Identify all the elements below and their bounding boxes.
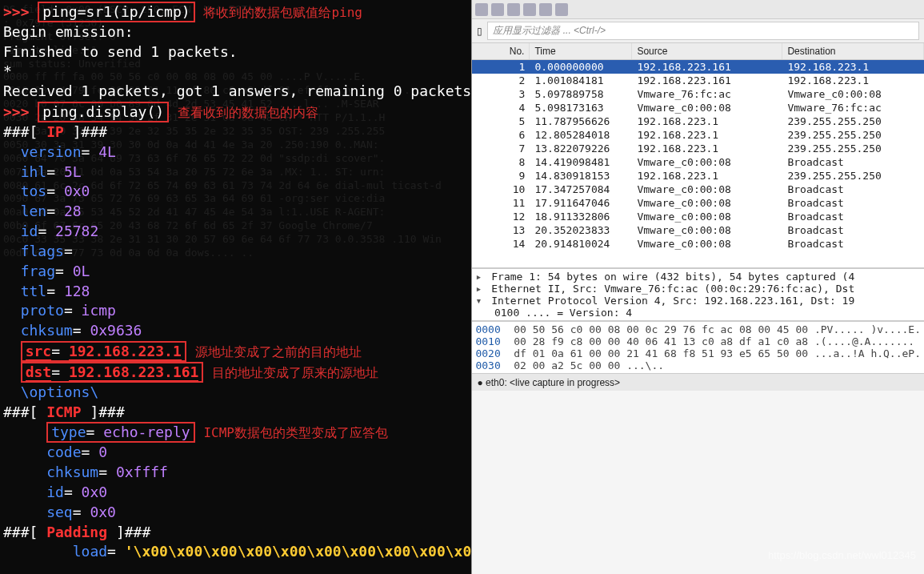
output-begin: Begin emission: <box>3 22 468 42</box>
toolbar-icon[interactable] <box>491 3 504 16</box>
annotation-dst: 目的地址变成了原来的源地址 <box>212 365 378 380</box>
prompt: >>> <box>3 103 38 120</box>
field-options: \options\ <box>21 383 99 400</box>
output-star: * <box>3 62 468 82</box>
toolbar-icon[interactable] <box>555 3 568 16</box>
packet-row[interactable]: 35.097889758Vmware_76:fc:acVmware_c0:00:… <box>472 87 924 101</box>
toolbar-icon[interactable] <box>475 3 488 16</box>
field-version: version <box>21 143 82 160</box>
field-icmp-seq: seq <box>46 504 73 520</box>
field-icmp-id: id <box>46 484 64 500</box>
annotation-src: 源地址变成了之前的目的地址 <box>195 344 362 359</box>
annotation-display: 查看收到的数据包的内容 <box>178 105 318 120</box>
annotation-assign: 将收到的数据包赋值给ping <box>203 5 362 20</box>
field-dst: dst= 192.168.223.161 <box>21 362 204 383</box>
field-load: load <box>73 543 107 560</box>
packet-details[interactable]: ▸ Frame 1: 54 bytes on wire (432 bits), … <box>472 267 924 320</box>
packet-list[interactable]: No. Time Source Destination 10.000000000… <box>472 43 924 267</box>
col-destination[interactable]: Destination <box>782 43 924 59</box>
watermark: https://blog.csdn.net/wwl012345 <box>768 549 916 561</box>
packet-row[interactable]: 1117.911647046Vmware_c0:00:08Broadcast <box>472 196 924 210</box>
packet-row[interactable]: 914.830918153192.168.223.1239.255.255.25… <box>472 169 924 183</box>
packet-row[interactable]: 45.098173163Vmware_c0:00:08Vmware_76:fc:… <box>472 101 924 114</box>
field-ttl: ttl <box>21 283 47 299</box>
field-src: src= 192.168.223.1 <box>21 341 186 362</box>
field-ihl: ihl <box>21 163 47 180</box>
expand-icon[interactable]: ▾ <box>475 295 485 307</box>
output-received: Received 1 packets, got 1 answers, remai… <box>3 82 468 102</box>
output-finished: Finished to send 1 packets. <box>3 42 468 62</box>
expand-icon[interactable]: ▸ <box>475 283 485 295</box>
bookmark-icon[interactable]: ▯ <box>477 26 482 37</box>
packet-row[interactable]: 21.001084181192.168.223.161192.168.223.1 <box>472 74 924 87</box>
field-code: code <box>46 444 81 460</box>
field-flags: flags <box>21 243 64 259</box>
field-proto: proto <box>21 302 64 319</box>
status-bar: ● eth0: <live capture in progress> <box>472 373 924 391</box>
expand-icon[interactable]: ▸ <box>475 271 485 283</box>
status-text: ● eth0: <live capture in progress> <box>477 377 620 388</box>
wireshark-panel: ▯ 应用显示过滤器 ... <Ctrl-/> No. Time Source D… <box>471 0 924 574</box>
toolbar-icon[interactable] <box>523 3 536 16</box>
hex-row[interactable]: 0020 df 01 0a 61 00 00 21 41 68 f8 51 93… <box>475 347 921 359</box>
col-source[interactable]: Source <box>632 43 782 59</box>
hex-dump[interactable]: 0000 00 50 56 c0 00 08 00 0c 29 76 fc ac… <box>472 320 924 373</box>
display-filter-input[interactable]: 应用显示过滤器 ... <Ctrl-/> <box>487 22 919 40</box>
packet-row[interactable]: 1218.911332806Vmware_c0:00:08Broadcast <box>472 210 924 223</box>
packet-row[interactable]: 814.419098481Vmware_c0:00:08Broadcast <box>472 155 924 169</box>
filter-bar: ▯ 应用显示过滤器 ... <Ctrl-/> <box>472 19 924 43</box>
packet-row[interactable]: 10.000000000192.168.223.161192.168.223.1 <box>472 60 924 74</box>
packet-row[interactable]: 612.805284018192.168.223.1239.255.255.25… <box>472 128 924 142</box>
field-id: id <box>21 223 38 239</box>
terminal[interactable]: >>> ping=sr1(ip/icmp) 将收到的数据包赋值给ping Beg… <box>0 0 471 574</box>
field-type: type= echo-reply <box>46 422 194 443</box>
prompt: >>> <box>3 3 38 20</box>
cmd-display: ping.display() <box>38 102 169 122</box>
field-len: len <box>21 203 47 219</box>
cmd-sr1: ping=sr1(ip/icmp) <box>38 2 194 22</box>
field-frag: frag <box>21 263 55 279</box>
section-ip: ###[ <box>3 123 46 140</box>
packet-header: No. Time Source Destination <box>472 43 924 60</box>
col-no[interactable]: No. <box>472 43 530 59</box>
field-tos: tos <box>21 183 47 199</box>
hex-row[interactable]: 0000 00 50 56 c0 00 08 00 0c 29 76 fc ac… <box>475 323 921 335</box>
hex-row[interactable]: 0010 00 28 f9 c8 00 00 40 06 41 13 c0 a8… <box>475 335 921 347</box>
toolbar-icon[interactable] <box>507 3 520 16</box>
packet-row[interactable]: 713.822079226192.168.223.1239.255.255.25… <box>472 142 924 155</box>
packet-row[interactable]: 1320.352023833Vmware_c0:00:08Broadcast <box>472 223 924 237</box>
field-icmp-chksum: chksum <box>46 464 98 480</box>
annotation-icmp: ICMP数据包的类型变成了应答包 <box>203 425 388 440</box>
packet-row[interactable]: 1017.347257084Vmware_c0:00:08Broadcast <box>472 183 924 196</box>
packet-row[interactable]: 1420.914810024Vmware_c0:00:08Broadcast <box>472 237 924 251</box>
toolbar <box>472 0 924 19</box>
toolbar-icon[interactable] <box>539 3 552 16</box>
section-icmp: ICMP <box>46 403 81 420</box>
hex-row[interactable]: 0030 02 00 a2 5c 00 00 ...\.. <box>475 359 921 371</box>
field-chksum: chksum <box>21 322 73 339</box>
packet-row[interactable]: 511.787956626192.168.223.1239.255.255.25… <box>472 114 924 128</box>
col-time[interactable]: Time <box>530 43 632 59</box>
section-padding: Padding <box>46 524 107 540</box>
